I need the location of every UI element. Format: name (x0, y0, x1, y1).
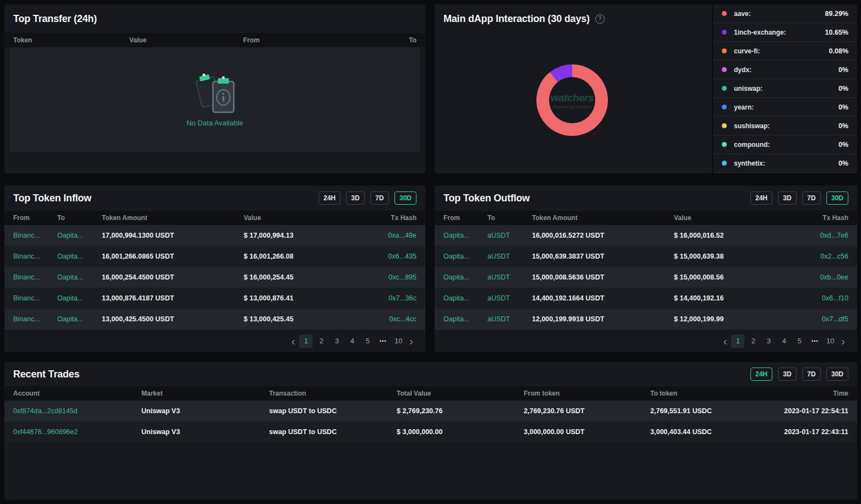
page-button[interactable]: 10 (824, 335, 837, 348)
page-button[interactable]: 3 (762, 335, 775, 348)
market-value: Uniswap V3 (141, 428, 269, 436)
column-header: Value (674, 214, 793, 222)
to-address-link[interactable]: Oapita... (57, 315, 102, 323)
to-address-link[interactable]: Oapita... (57, 232, 102, 239)
from-address-link[interactable]: Oapita... (443, 232, 487, 239)
from-address-link[interactable]: Binanc... (13, 294, 57, 302)
legend-item: aave: 89.29% (713, 4, 857, 23)
legend-label: synthetix: (734, 160, 765, 167)
legend-value: 0.08% (829, 47, 848, 55)
token-amount-value: 15,000,639.3837 USDT (532, 253, 674, 260)
legend-label: aave: (734, 10, 751, 18)
tx-hash-link[interactable]: 0xc...895 (361, 273, 416, 281)
legend-label: 1inch-exchange: (734, 29, 786, 36)
to-address-link[interactable]: aUSDT (487, 253, 532, 260)
tx-hash-link[interactable]: 0xc...4cc (361, 315, 416, 323)
to-address-link[interactable]: Oapita... (57, 253, 102, 260)
tx-hash-link[interactable]: 0x6...435 (361, 253, 416, 260)
tx-hash-link[interactable]: 0xb...0ee (793, 273, 848, 281)
next-page-button[interactable]: › (838, 335, 848, 348)
to-address-link[interactable]: aUSDT (487, 273, 532, 281)
page-button[interactable]: 4 (777, 335, 791, 348)
from-address-link[interactable]: Oapita... (443, 315, 487, 323)
tx-hash-link[interactable]: 0x7...36c (361, 294, 416, 302)
panel-title: Main dApp Interaction (30 days) (443, 13, 590, 25)
legend-label: compound: (734, 141, 770, 149)
time-filter-button[interactable]: 30D (394, 191, 416, 205)
table-header: AccountMarketTransactionTotal ValueFrom … (4, 386, 857, 401)
from-address-link[interactable]: Binanc... (13, 315, 57, 323)
tx-hash-link[interactable]: 0x6...f10 (793, 294, 848, 302)
legend-item: sushiswap: 0% (713, 117, 857, 135)
page-button[interactable]: ••• (376, 335, 390, 348)
from-address-link[interactable]: Binanc... (13, 273, 57, 281)
to-address-link[interactable]: aUSDT (487, 294, 532, 302)
account-link[interactable]: 0xf874da...2cd8145d (13, 407, 141, 415)
from-address-link[interactable]: Oapita... (443, 253, 487, 260)
tx-hash-link[interactable]: 0x7...df5 (793, 315, 848, 323)
tx-hash-link[interactable]: 0x2...c56 (793, 253, 848, 260)
to-address-link[interactable]: aUSDT (487, 232, 532, 239)
next-page-button[interactable]: › (406, 335, 416, 348)
time-filter-button[interactable]: 24H (750, 191, 772, 205)
page-button[interactable]: 1 (731, 335, 744, 348)
panel-title: Top Token Inflow (13, 193, 91, 204)
legend-label: curve-fi: (734, 47, 760, 55)
time-filter-button[interactable]: 7D (370, 191, 389, 205)
from-address-link[interactable]: Binanc... (13, 232, 57, 239)
time-filter-button[interactable]: 30D (826, 368, 848, 381)
transaction-value: swap USDT to USDC (269, 407, 397, 415)
legend-color-dot (722, 161, 727, 166)
time-filter-button[interactable]: 7D (802, 191, 821, 205)
page-button[interactable]: 5 (361, 335, 374, 348)
legend-value: 0% (838, 160, 848, 167)
legend-value: 0% (838, 85, 848, 92)
time-filter-button[interactable]: 3D (778, 191, 797, 205)
legend-color-dot (722, 11, 727, 16)
page-button[interactable]: 1 (299, 335, 312, 348)
column-header: From token (524, 390, 650, 397)
page-button[interactable]: 10 (392, 335, 405, 348)
time-filter-button[interactable]: 3D (778, 368, 797, 381)
page-button[interactable]: ••• (808, 335, 821, 348)
from-address-link[interactable]: Binanc... (13, 253, 57, 260)
transaction-value: swap USDT to USDC (269, 428, 397, 436)
page-button[interactable]: 2 (747, 335, 760, 348)
to-address-link[interactable]: Oapita... (57, 273, 102, 281)
legend-color-dot (722, 105, 727, 109)
page-button[interactable]: 3 (330, 335, 343, 348)
time-filter-button[interactable]: 24H (319, 191, 341, 205)
from-address-link[interactable]: Oapita... (443, 294, 487, 302)
usd-value: $ 16,000,254.45 (244, 273, 361, 281)
help-icon[interactable]: ? (595, 14, 605, 24)
page-button[interactable]: 5 (793, 335, 806, 348)
no-data-icon (192, 73, 238, 114)
usd-value: $ 15,000,008.56 (674, 273, 793, 281)
tx-hash-link[interactable]: 0xa...49e (361, 232, 416, 239)
legend-label: uniswap: (734, 85, 763, 92)
table-row: Binanc... Oapita... 16,001,266.0865 USDT… (4, 246, 425, 267)
to-address-link[interactable]: Oapita... (57, 294, 102, 302)
token-amount-value: 13,000,876.4187 USDT (102, 294, 244, 302)
time-filter-button[interactable]: 30D (826, 191, 848, 205)
table-row: Oapita... aUSDT 12,000,199.9918 USDT $ 1… (435, 309, 857, 330)
column-header: To (487, 214, 532, 222)
from-address-link[interactable]: Oapita... (443, 273, 487, 281)
column-header: From (443, 214, 487, 222)
time-filter-button[interactable]: 24H (750, 368, 772, 381)
time-filter-button[interactable]: 7D (802, 368, 821, 381)
empty-state: No Data Available (10, 47, 420, 152)
page-button[interactable]: 2 (315, 335, 328, 348)
legend-value: 0% (838, 122, 848, 130)
top-token-outflow-panel: Top Token Outflow 24H3D7D30D FromToToken… (435, 185, 857, 352)
dapp-interaction-panel: Main dApp Interaction (30 days) ? watche… (435, 4, 712, 173)
account-link[interactable]: 0xf44676...960896e2 (13, 428, 141, 436)
prev-page-button[interactable]: ‹ (720, 335, 731, 348)
token-amount-value: 17,000,994.1300 USDT (102, 232, 244, 239)
prev-page-button[interactable]: ‹ (288, 335, 299, 348)
page-button[interactable]: 4 (346, 335, 359, 348)
tx-hash-link[interactable]: 0xd...7e6 (793, 232, 848, 239)
legend-item: synthetix: 0% (713, 154, 857, 173)
to-address-link[interactable]: aUSDT (487, 315, 532, 323)
time-filter-button[interactable]: 3D (346, 191, 365, 205)
